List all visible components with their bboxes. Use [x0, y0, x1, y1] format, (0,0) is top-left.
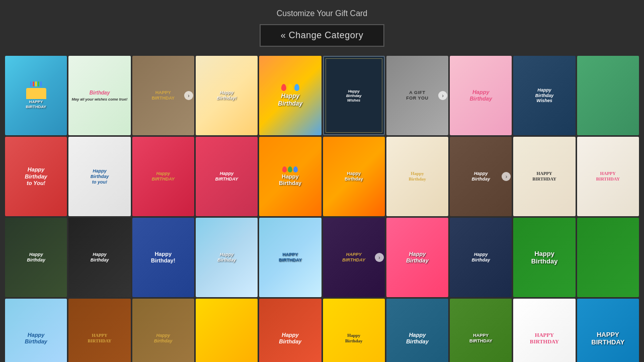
- card-item[interactable]: HappyBirthday: [5, 218, 67, 297]
- card-item[interactable]: HappyBIRTHDAY: [196, 137, 258, 216]
- card-item[interactable]: HAPPYBIRTHDAY: [5, 56, 67, 135]
- card-item[interactable]: HAPPYBIRTHDAY: [577, 137, 639, 216]
- card-grid-wrapper: HAPPYBIRTHDAY BirthdayMay all your wishe…: [0, 52, 644, 362]
- card-item[interactable]: HappyBirthday: [450, 56, 512, 135]
- card-item[interactable]: HappyBirthday: [386, 137, 448, 216]
- card-item[interactable]: HappyBirthday: [259, 56, 321, 135]
- card-item[interactable]: HAPPYBIRTHDAY: [259, 218, 321, 297]
- card-item[interactable]: HappyBirthdayWishes: [323, 56, 385, 135]
- card-nav-arrow[interactable]: ›: [375, 253, 384, 262]
- page-title: Customize Your Gift Card: [0, 9, 644, 18]
- card-item[interactable]: HAPPYBIRTHDAY: [450, 299, 512, 362]
- card-item[interactable]: HappyBirthday!: [196, 56, 258, 135]
- card-item[interactable]: HappyBirthday: [513, 218, 575, 297]
- card-item[interactable]: HappyBirthday: [450, 218, 512, 297]
- card-item[interactable]: HAPPYBIRTHDAY: [577, 299, 639, 362]
- card-item[interactable]: HappyBirthday: [132, 299, 194, 362]
- card-item[interactable]: HappyBirthdayto You!: [5, 137, 67, 216]
- card-item[interactable]: HAPPYBIRTHDAY: [513, 299, 575, 362]
- card-item[interactable]: HappyBirthday: [5, 299, 67, 362]
- card-nav-arrow[interactable]: ›: [502, 172, 511, 181]
- card-item[interactable]: HappyBirthdayto you!: [68, 137, 130, 216]
- card-item[interactable]: HappyBIRTHDAY: [132, 137, 194, 216]
- change-category-button[interactable]: « Change Category: [260, 24, 385, 47]
- card-item[interactable]: A GIFTFOR YOU›: [386, 56, 448, 135]
- card-item[interactable]: [577, 56, 639, 135]
- card-nav-arrow[interactable]: ›: [184, 91, 193, 100]
- card-item[interactable]: HappyBirthday: [196, 218, 258, 297]
- card-item[interactable]: HappyBirthday: [323, 299, 385, 362]
- card-item[interactable]: HappyBirthdayWishes: [513, 56, 575, 135]
- card-item[interactable]: HappyBirthday›: [450, 137, 512, 216]
- card-item[interactable]: HAPPYBIRTHDAY›: [132, 56, 194, 135]
- card-item[interactable]: HappyBirthday!: [132, 218, 194, 297]
- card-item[interactable]: [577, 218, 639, 297]
- card-grid: HAPPYBIRTHDAY BirthdayMay all your wishe…: [3, 52, 641, 362]
- card-item[interactable]: [196, 299, 258, 362]
- card-item[interactable]: HappyBirthday: [386, 218, 448, 297]
- card-item[interactable]: HAPPYBIRTHDAY›: [323, 218, 385, 297]
- card-item[interactable]: HappyBirthday: [386, 299, 448, 362]
- card-item[interactable]: BirthdayMay all your wishes come true!: [68, 56, 130, 135]
- card-item[interactable]: HAPPYBIRTHDAY: [68, 299, 130, 362]
- card-item[interactable]: HappyBirthday: [323, 137, 385, 216]
- card-item[interactable]: HappyBirthday: [68, 218, 130, 297]
- card-item[interactable]: HappyBirthday: [259, 137, 321, 216]
- card-item[interactable]: HAPPYBIRTHDAY: [513, 137, 575, 216]
- header: Customize Your Gift Card « Change Catego…: [0, 0, 644, 52]
- page-container: Customize Your Gift Card « Change Catego…: [0, 0, 644, 362]
- card-item[interactable]: HappyBirthday: [259, 299, 321, 362]
